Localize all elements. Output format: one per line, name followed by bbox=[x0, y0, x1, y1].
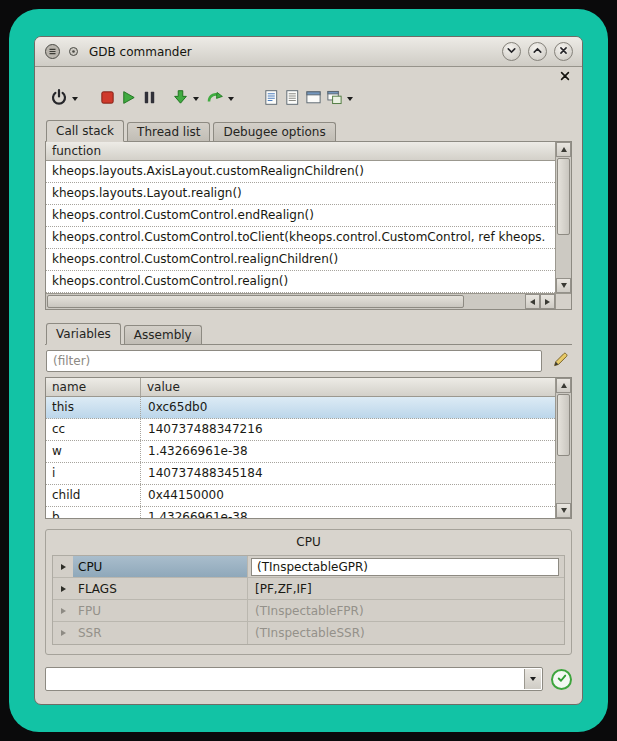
caret-down-icon bbox=[228, 97, 234, 101]
variable-row[interactable]: cc 140737488347216 bbox=[46, 419, 555, 441]
call-stack-table: function kheops.layouts.AxisLayout.custo… bbox=[45, 142, 572, 310]
register-group-name: FLAGS bbox=[73, 578, 248, 599]
run-button[interactable] bbox=[118, 87, 139, 111]
tab-debugee-options[interactable]: Debugee options bbox=[213, 122, 335, 141]
register-value-input[interactable] bbox=[251, 558, 559, 576]
register-group-value bbox=[248, 556, 564, 577]
arrow-left-icon bbox=[530, 299, 535, 305]
vertical-scrollbar[interactable] bbox=[555, 378, 571, 518]
app-icon[interactable] bbox=[44, 43, 61, 60]
register-group-row[interactable]: SSR (TInspectableSSR) bbox=[53, 622, 564, 644]
variable-row[interactable]: b 1.43266961e-38 bbox=[46, 507, 555, 518]
column-header-value[interactable]: value bbox=[141, 378, 555, 396]
filter-input[interactable] bbox=[46, 350, 542, 372]
variable-name: b bbox=[46, 507, 141, 518]
register-value-text: [PF,ZF,IF] bbox=[251, 582, 312, 596]
vertical-scrollbar[interactable] bbox=[555, 142, 571, 293]
scroll-up-button[interactable] bbox=[556, 378, 571, 393]
column-header-function[interactable]: function bbox=[46, 142, 555, 161]
filter-options-button[interactable] bbox=[549, 350, 571, 372]
cpu-register-tree: CPU FLAGS [PF,ZF,IF] FPU bbox=[52, 555, 565, 645]
step-into-dropdown-button[interactable] bbox=[191, 87, 201, 111]
call-stack-row[interactable]: kheops.control.CustomControl.realign() bbox=[46, 271, 555, 293]
call-stack-row[interactable]: kheops.layouts.Layout.realign() bbox=[46, 183, 555, 205]
stop-button[interactable] bbox=[97, 87, 118, 111]
variable-row[interactable]: w 1.43266961e-38 bbox=[46, 441, 555, 463]
command-input[interactable] bbox=[46, 668, 542, 690]
register-value-text: (TInspectableFPR) bbox=[251, 604, 364, 618]
power-button[interactable] bbox=[48, 87, 70, 111]
call-stack-rows: kheops.layouts.AxisLayout.customRealignC… bbox=[46, 161, 555, 293]
call-stack-row[interactable]: kheops.control.CustomControl.realignChil… bbox=[46, 249, 555, 271]
scroll-right-button[interactable] bbox=[540, 294, 555, 309]
close-button[interactable] bbox=[554, 42, 573, 61]
variable-name: cc bbox=[46, 419, 141, 440]
pause-button[interactable] bbox=[139, 87, 160, 111]
curved-arrow-icon bbox=[206, 88, 224, 109]
caret-down-icon bbox=[72, 97, 78, 101]
options-dropdown-button[interactable] bbox=[345, 87, 355, 111]
scrollbar-corner bbox=[555, 293, 571, 309]
command-combobox[interactable] bbox=[45, 667, 543, 691]
cpu-group-title: CPU bbox=[52, 533, 565, 555]
window-icon bbox=[305, 89, 322, 109]
step-into-button[interactable] bbox=[170, 87, 191, 111]
maximize-button[interactable] bbox=[528, 42, 547, 61]
watch-window-button[interactable] bbox=[303, 87, 324, 111]
register-group-name: CPU bbox=[73, 556, 248, 577]
chevron-right-icon bbox=[61, 564, 66, 570]
scrollbar-track[interactable] bbox=[46, 294, 525, 309]
debug-toolbar bbox=[45, 84, 572, 115]
command-list-button[interactable] bbox=[282, 87, 303, 111]
variable-row[interactable]: child 0x44150000 bbox=[46, 485, 555, 507]
titlebar[interactable]: GDB commander bbox=[35, 37, 582, 67]
combo-dropdown-button[interactable] bbox=[524, 669, 541, 689]
scrollbar-track[interactable] bbox=[556, 393, 571, 503]
options-button[interactable] bbox=[324, 87, 345, 111]
arrow-right-icon bbox=[545, 299, 550, 305]
tab-assembly[interactable]: Assembly bbox=[124, 325, 202, 344]
scroll-left-button[interactable] bbox=[525, 294, 540, 309]
power-dropdown-button[interactable] bbox=[70, 87, 80, 111]
step-over-dropdown-button[interactable] bbox=[226, 87, 236, 111]
variable-row[interactable]: this 0xc65db0 bbox=[46, 397, 555, 419]
tab-thread-list[interactable]: Thread list bbox=[127, 122, 210, 141]
tab-call-stack[interactable]: Call stack bbox=[46, 120, 124, 142]
window-controls bbox=[502, 42, 573, 61]
dock-close-button[interactable] bbox=[557, 70, 572, 84]
send-command-button[interactable] bbox=[551, 669, 572, 690]
register-group-row[interactable]: FPU (TInspectableFPR) bbox=[53, 600, 564, 622]
caret-down-icon bbox=[530, 677, 536, 681]
scrollbar-thumb[interactable] bbox=[557, 394, 570, 456]
expand-button[interactable] bbox=[53, 578, 73, 599]
chevron-up-icon bbox=[531, 44, 544, 60]
variable-row[interactable]: i 140737488345184 bbox=[46, 463, 555, 485]
scroll-up-button[interactable] bbox=[556, 142, 571, 157]
gdb-output-button[interactable] bbox=[261, 87, 282, 111]
call-stack-row[interactable]: kheops.control.CustomControl.endRealign(… bbox=[46, 205, 555, 227]
scrollbar-track[interactable] bbox=[556, 157, 571, 278]
caret-down-icon bbox=[193, 97, 199, 101]
step-over-button[interactable] bbox=[204, 87, 226, 111]
register-group-row[interactable]: FLAGS [PF,ZF,IF] bbox=[53, 578, 564, 600]
register-group-row[interactable]: CPU bbox=[53, 556, 564, 578]
call-stack-row[interactable]: kheops.layouts.AxisLayout.customRealignC… bbox=[46, 161, 555, 183]
pause-icon bbox=[141, 89, 158, 109]
expand-button[interactable] bbox=[53, 622, 73, 644]
check-circle-icon bbox=[556, 672, 568, 687]
caret-down-icon bbox=[347, 97, 353, 101]
scrollbar-thumb[interactable] bbox=[47, 295, 464, 308]
horizontal-scrollbar[interactable] bbox=[46, 293, 555, 309]
pin-icon[interactable] bbox=[68, 46, 79, 57]
minimize-button[interactable] bbox=[502, 42, 521, 61]
scrollbar-thumb[interactable] bbox=[557, 158, 570, 235]
scroll-down-button[interactable] bbox=[556, 278, 571, 293]
tab-variables[interactable]: Variables bbox=[46, 323, 121, 345]
scroll-down-button[interactable] bbox=[556, 503, 571, 518]
column-header-name[interactable]: name bbox=[46, 378, 141, 396]
dock-header bbox=[45, 69, 572, 84]
expand-button[interactable] bbox=[53, 600, 73, 621]
document-icon bbox=[263, 89, 280, 109]
expand-button[interactable] bbox=[53, 556, 73, 577]
call-stack-row[interactable]: kheops.control.CustomControl.toClient(kh… bbox=[46, 227, 555, 249]
